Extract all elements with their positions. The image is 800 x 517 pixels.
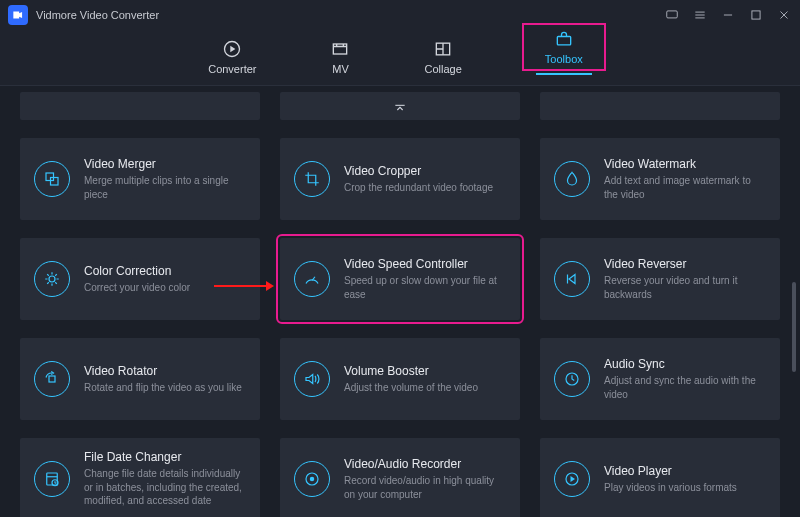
card-video-merger[interactable]: Video MergerMerge multiple clips into a … (20, 138, 260, 220)
tab-mv[interactable]: MV (324, 35, 356, 79)
content-area: Video MergerMerge multiple clips into a … (0, 92, 800, 517)
titlebar: Vidmore Video Converter (0, 0, 800, 30)
svg-point-9 (49, 276, 55, 282)
card-video-reverser[interactable]: Video ReverserReverse your video and tur… (540, 238, 780, 320)
watermark-icon (554, 161, 590, 197)
card-title: Video Cropper (344, 164, 493, 178)
cropper-icon (294, 161, 330, 197)
card-stub[interactable] (20, 92, 260, 120)
card-desc: Crop the redundant video footage (344, 181, 493, 195)
svg-rect-8 (51, 178, 59, 186)
scroll-up-icon[interactable] (392, 100, 408, 120)
tab-toolbox[interactable]: Toolbox (530, 25, 598, 79)
card-video-speed-controller[interactable]: Video Speed ControllerSpeed up or slow d… (280, 238, 520, 320)
svg-rect-7 (46, 173, 54, 181)
scrollbar-thumb[interactable] (792, 282, 796, 372)
card-video-watermark[interactable]: Video WatermarkAdd text and image waterm… (540, 138, 780, 220)
card-title: Color Correction (84, 264, 190, 278)
card-desc: Rotate and flip the video as you like (84, 381, 242, 395)
card-title: Video Player (604, 464, 737, 478)
svg-marker-10 (569, 275, 575, 284)
tab-label: MV (332, 63, 349, 75)
volume-icon (294, 361, 330, 397)
card-title: Video Rotator (84, 364, 242, 378)
reverser-icon (554, 261, 590, 297)
card-video-rotator[interactable]: Video RotatorRotate and flip the video a… (20, 338, 260, 420)
color-icon (34, 261, 70, 297)
card-title: File Date Changer (84, 450, 246, 464)
merger-icon (34, 161, 70, 197)
card-desc: Record video/audio in high quality on yo… (344, 474, 506, 501)
tab-collage[interactable]: Collage (418, 35, 467, 79)
sync-icon (554, 361, 590, 397)
card-volume-booster[interactable]: Volume BoosterAdjust the volume of the v… (280, 338, 520, 420)
annotation-arrow (214, 278, 274, 296)
card-title: Volume Booster (344, 364, 478, 378)
card-desc: Speed up or slow down your file at ease (344, 274, 506, 301)
feedback-icon[interactable] (664, 7, 680, 23)
card-file-date-changer[interactable]: File Date ChangerChange file date detail… (20, 438, 260, 517)
speed-icon (294, 261, 330, 297)
svg-rect-6 (557, 37, 570, 45)
app-logo (8, 5, 28, 25)
svg-marker-21 (266, 281, 274, 291)
card-video-audio-recorder[interactable]: Video/Audio RecorderRecord video/audio i… (280, 438, 520, 517)
player-icon (554, 461, 590, 497)
card-desc: Change file date details individually or… (84, 467, 246, 508)
card-title: Video Reverser (604, 257, 766, 271)
close-icon[interactable] (776, 7, 792, 23)
card-desc: Adjust the volume of the video (344, 381, 478, 395)
tab-label: Toolbox (545, 53, 583, 65)
card-video-cropper[interactable]: Video CropperCrop the redundant video fo… (280, 138, 520, 220)
card-desc: Adjust and sync the audio with the video (604, 374, 766, 401)
card-title: Video Merger (84, 157, 246, 171)
svg-marker-19 (571, 476, 576, 482)
svg-point-17 (310, 477, 315, 482)
card-title: Video/Audio Recorder (344, 457, 506, 471)
card-video-player[interactable]: Video PlayerPlay videos in various forma… (540, 438, 780, 517)
card-stub[interactable] (540, 92, 780, 120)
card-title: Audio Sync (604, 357, 766, 371)
date-icon (34, 461, 70, 497)
svg-rect-4 (334, 44, 347, 54)
card-audio-sync[interactable]: Audio SyncAdjust and sync the audio with… (540, 338, 780, 420)
recorder-icon (294, 461, 330, 497)
tab-label: Converter (208, 63, 256, 75)
card-title: Video Speed Controller (344, 257, 506, 271)
tab-converter[interactable]: Converter (202, 35, 262, 79)
tab-label: Collage (424, 63, 461, 75)
svg-rect-1 (752, 11, 760, 19)
rotator-icon (34, 361, 70, 397)
minimize-icon[interactable] (720, 7, 736, 23)
card-desc: Play videos in various formats (604, 481, 737, 495)
svg-rect-12 (49, 376, 55, 382)
card-desc: Correct your video color (84, 281, 190, 295)
svg-marker-3 (231, 46, 236, 53)
top-nav: Converter MV Collage Toolbox (0, 30, 800, 86)
menu-icon[interactable] (692, 7, 708, 23)
app-title: Vidmore Video Converter (36, 9, 159, 21)
card-desc: Add text and image watermark to the vide… (604, 174, 766, 201)
card-title: Video Watermark (604, 157, 766, 171)
toolbox-grid: Video MergerMerge multiple clips into a … (20, 138, 780, 517)
card-desc: Reverse your video and turn it backwards (604, 274, 766, 301)
maximize-icon[interactable] (748, 7, 764, 23)
titlebar-controls (664, 7, 792, 23)
card-desc: Merge multiple clips into a single piece (84, 174, 246, 201)
